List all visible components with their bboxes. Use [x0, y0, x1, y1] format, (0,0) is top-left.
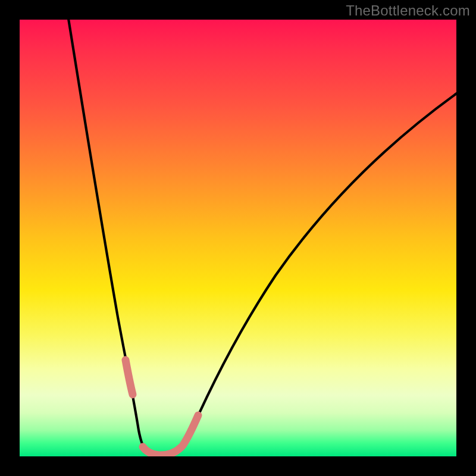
- bottleneck-curve: [67, 20, 456, 455]
- watermark-text: TheBottleneck.com: [346, 2, 470, 19]
- highlight-markers: [126, 360, 198, 455]
- chart-stage: TheBottleneck.com: [0, 0, 476, 476]
- curve-layer: [20, 20, 456, 456]
- plot-area: [20, 20, 456, 456]
